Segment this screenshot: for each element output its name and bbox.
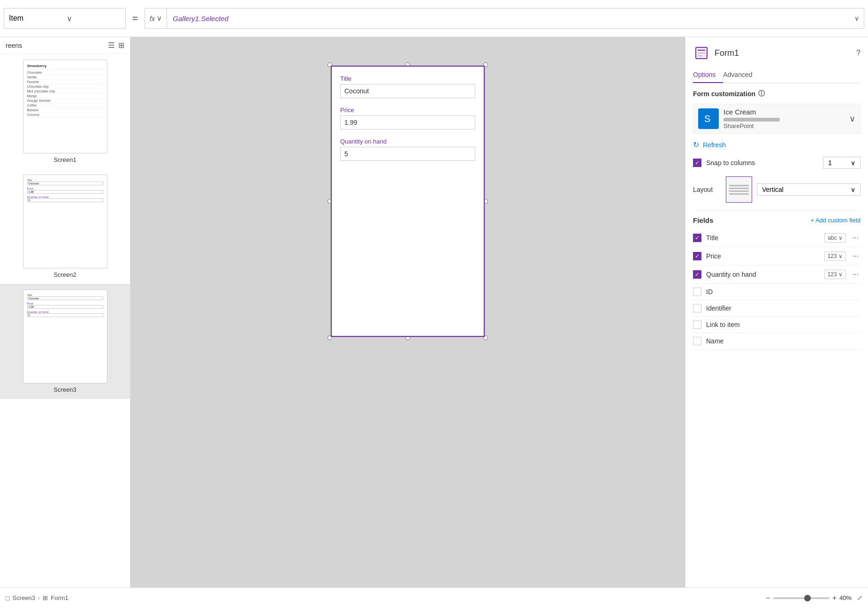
item-selector-label: Item (9, 14, 63, 23)
snap-chevron: ∨ (851, 159, 855, 167)
form-title-label: Title (340, 75, 475, 82)
field-title-checkbox[interactable]: ✓ (693, 234, 701, 242)
field-qty-type[interactable]: 123 ∨ (824, 270, 846, 279)
tab-options[interactable]: Options (693, 67, 723, 83)
formula-value[interactable]: Gallery1.Selected (167, 15, 850, 23)
breadcrumb-form[interactable]: Form1 (51, 594, 69, 601)
form-qty-group: Quantity on hand (340, 138, 475, 161)
form1-icon (693, 45, 710, 61)
zoom-controls: − + 40% ⤢ (766, 594, 862, 602)
fields-list: ✓ Title abc ∨ ··· ✓ Price 123 ∨ (693, 229, 860, 350)
field-title-name: Title (706, 234, 820, 242)
zoom-slider-thumb[interactable] (804, 595, 811, 601)
screen1-item[interactable]: Strawberry Chocolate Vanilla Favorite Ch… (0, 54, 130, 169)
breadcrumb-screen[interactable]: Screen3 (12, 594, 35, 601)
screen1-label: Screen1 (53, 156, 76, 163)
fullscreen-icon[interactable]: ⤢ (857, 594, 862, 601)
field-qty-row: ✓ Quantity on hand 123 ∨ ··· (693, 266, 860, 284)
canvas-area[interactable]: Title Price Quantity on hand (130, 37, 685, 587)
snap-columns-value[interactable]: 1 ∨ (823, 157, 860, 169)
right-panel-tabs: Options Advanced (693, 67, 860, 83)
zoom-minus-button[interactable]: − (766, 594, 770, 602)
layout-chevron: ∨ (851, 186, 855, 193)
snap-to-columns-checkbox[interactable]: ✓ (693, 159, 701, 167)
field-qty-more[interactable]: ··· (851, 269, 860, 280)
zoom-plus-button[interactable]: + (832, 594, 837, 602)
right-panel-options-section: Form customization ⓘ S Ice Cream SharePo… (685, 83, 868, 356)
fields-header: Fields + Add custom field (693, 216, 860, 224)
field-qty-checkbox[interactable]: ✓ (693, 270, 701, 279)
form-canvas: Title Price Quantity on hand (330, 65, 485, 337)
field-identifier-row: Identifier (693, 300, 860, 317)
form-customization-label: Form customization ⓘ (693, 90, 860, 98)
screen1-thumbnail: Strawberry Chocolate Vanilla Favorite Ch… (23, 60, 107, 153)
form-selection-container: Title Price Quantity on hand (330, 65, 485, 337)
fx-dropdown-arrow[interactable]: ∨ (157, 14, 162, 23)
field-price-name: Price (706, 252, 820, 260)
refresh-row[interactable]: ↻ Refresh (693, 140, 860, 149)
question-circle-icon: ⓘ (758, 90, 765, 98)
field-title-type-chevron: ∨ (838, 235, 843, 241)
add-custom-field-button[interactable]: + Add custom field (810, 217, 860, 224)
zoom-slider[interactable] (773, 597, 830, 599)
form-price-input[interactable] (340, 115, 475, 129)
layout-value-select[interactable]: Vertical ∨ (757, 183, 860, 196)
grid-view-icon[interactable]: ⊞ (118, 41, 124, 50)
field-price-more[interactable]: ··· (851, 251, 860, 261)
field-qty-name: Quantity on hand (706, 271, 820, 278)
datasource-sub-bar (723, 118, 780, 122)
form-price-label: Price (340, 106, 475, 114)
field-price-checkbox[interactable]: ✓ (693, 252, 701, 260)
screen3-label: Screen3 (53, 386, 76, 393)
field-title-more[interactable]: ··· (851, 233, 860, 243)
datasource-type: SharePoint (723, 122, 845, 129)
snap-row: ✓ Snap to columns 1 ∨ (693, 157, 860, 169)
fx-icon: fx (150, 15, 155, 23)
screen2-label: Screen2 (53, 271, 76, 278)
fields-title: Fields (693, 216, 713, 224)
field-identifier-checkbox[interactable] (693, 304, 701, 312)
tab-advanced[interactable]: Advanced (723, 67, 760, 83)
item-selector-chevron: ∨ (67, 14, 121, 23)
screen2-thumbnail: Title Coconut Price 1.99 Quantity on han… (23, 175, 107, 268)
bottom-bar: □ Screen3 › ⊞ Form1 − + 40% ⤢ (0, 587, 868, 608)
datasource-row[interactable]: S Ice Cream SharePoint ∨ (693, 104, 860, 134)
field-title-type[interactable]: abc ∨ (824, 233, 845, 243)
screen3-thumbnail: Title Coconut Price 1.99 Quantity on han… (23, 289, 107, 383)
datasource-info: Ice Cream SharePoint (723, 108, 845, 129)
svg-text:S: S (704, 114, 710, 124)
form-icon: ⊞ (43, 594, 48, 601)
layout-row: Layout Vertical ∨ (693, 176, 860, 203)
field-id-checkbox[interactable] (693, 288, 701, 296)
form-title-input[interactable] (340, 84, 475, 98)
fx-label: fx ∨ (145, 8, 168, 28)
screen2-item[interactable]: Title Coconut Price 1.99 Quantity on han… (0, 169, 130, 284)
equals-sign: = (129, 13, 141, 24)
field-price-type-chevron: ∨ (838, 253, 843, 259)
field-linktoitem-checkbox[interactable] (693, 320, 701, 329)
item-selector[interactable]: Item ∨ (4, 8, 126, 29)
screens-panel-header: reens ☰ ⊞ (0, 37, 130, 54)
screens-panel-icons: ☰ ⊞ (108, 41, 124, 50)
right-panel-header: Form1 ? (685, 37, 868, 61)
right-panel: Form1 ? Options Advanced Form customizat… (685, 37, 868, 587)
formula-bar-chevron[interactable]: ∨ (850, 15, 864, 22)
divider (693, 210, 860, 211)
field-price-type[interactable]: 123 ∨ (824, 251, 846, 261)
form-qty-input[interactable] (340, 147, 475, 161)
datasource-chevron[interactable]: ∨ (849, 114, 855, 124)
formula-bar[interactable]: fx ∨ Gallery1.Selected ∨ (145, 8, 864, 29)
field-name-name: Name (706, 337, 860, 345)
layout-label: Layout (693, 186, 721, 193)
field-id-name: ID (706, 288, 860, 296)
top-bar: Item ∨ = fx ∨ Gallery1.Selected ∨ (0, 0, 868, 37)
left-panel: reens ☰ ⊞ Strawberry Chocolate Vanilla F… (0, 37, 130, 587)
field-identifier-name: Identifier (706, 304, 860, 312)
field-name-checkbox[interactable] (693, 337, 701, 345)
screen3-item[interactable]: Title Coconut Price 1.99 Quantity on han… (0, 284, 130, 399)
help-icon[interactable]: ? (856, 49, 860, 57)
list-view-icon[interactable]: ☰ (108, 41, 114, 50)
screens-panel-title: reens (6, 42, 22, 49)
breadcrumb: □ Screen3 › ⊞ Form1 (6, 594, 69, 602)
form-content: Title Price Quantity on hand (331, 66, 485, 179)
